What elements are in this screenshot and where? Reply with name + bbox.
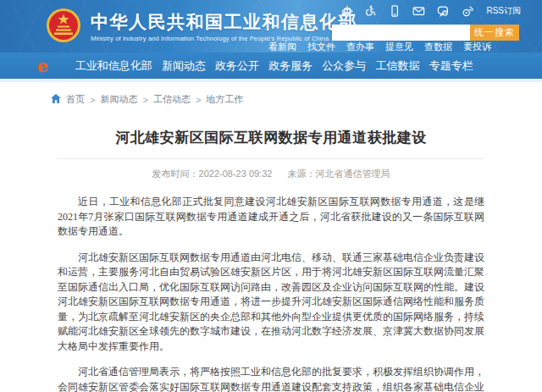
e-gov-logo-icon: e (36, 55, 49, 77)
rss-subscribe-link[interactable]: RSS订阅 (486, 5, 521, 17)
mail-icon[interactable] (412, 5, 425, 17)
search-button[interactable]: 统一搜索 (470, 25, 519, 41)
breadcrumb-home[interactable]: 首页 (66, 93, 85, 106)
site-title: 中华人民共和国工业和信息化部 (91, 12, 357, 31)
source-label: 来源： (287, 168, 315, 179)
article-paragraph: 河北雄安新区国际互联网数据专用通道由河北电信、移动、联通三家基础电信企业负责建设… (58, 251, 484, 355)
nav-item-participation[interactable]: 公众参与 (322, 58, 366, 74)
unified-search: 统一搜索 (332, 25, 519, 41)
title-divider (58, 158, 484, 159)
source-value: 河北省通信管理局 (315, 168, 390, 179)
breadcrumb-news[interactable]: 新闻动态 (100, 93, 137, 106)
breadcrumb-separator: > (90, 95, 95, 105)
breadcrumb-dynamics[interactable]: 工信动态 (153, 93, 191, 106)
breadcrumb-separator: > (196, 95, 201, 105)
nav-item-news[interactable]: 新闻动态 (162, 58, 206, 74)
quick-link-news[interactable]: 看新闻 (268, 41, 296, 52)
nav-item-miit[interactable]: 工业和信息化部 (75, 58, 152, 74)
nav-item-topics[interactable]: 专题专栏 (429, 58, 473, 74)
quick-link-data[interactable]: 查数据 (424, 41, 452, 52)
article-paragraph: 河北省通信管理局表示，将严格按照工业和信息化部的批复要求，积极发挥组织协调作用，… (58, 365, 484, 392)
nav-item-data[interactable]: 工信数据 (376, 58, 420, 74)
quick-link-services[interactable]: 查办事 (346, 41, 374, 52)
nav-item-gov-open[interactable]: 政务公开 (215, 58, 259, 74)
main-nav: e 工业和信息化部 新闻动态 政务公开 政务服务 公众参与 工信数据 专题专栏 (0, 52, 542, 79)
robot-assistant-icon[interactable] (341, 5, 353, 17)
national-emblem-icon (46, 8, 81, 47)
site-header: 中华人民共和国工业和信息化部 Ministry of Industry and … (0, 0, 542, 52)
wechat-icon[interactable] (437, 5, 450, 17)
nav-items: 工业和信息化部 新闻动态 政务公开 政务服务 公众参与 工信数据 专题专栏 (75, 58, 473, 74)
article-meta: 发布时间：2022-08-23 09:32来源：河北省通信管理局 (58, 168, 484, 180)
quick-link-files[interactable]: 找文件 (307, 41, 335, 52)
search-input[interactable] (332, 25, 470, 41)
article-paragraph: 近日，工业和信息化部正式批复同意建设河北雄安新区国际互联网数据专用通道，这是继2… (58, 195, 484, 240)
accessibility-icon[interactable] (365, 5, 377, 17)
nav-bottom-strip (0, 79, 542, 82)
quick-link-complain[interactable]: 要投诉 (463, 41, 491, 52)
quick-link-suggest[interactable]: 提意见 (385, 41, 413, 52)
article-title: 河北雄安新区国际互联网数据专用通道获批建设 (58, 128, 484, 147)
nav-item-gov-service[interactable]: 政务服务 (268, 58, 312, 74)
weibo-icon[interactable] (462, 5, 474, 17)
publish-time-label: 发布时间： (152, 168, 199, 179)
mobile-icon[interactable] (389, 5, 401, 17)
utility-icon-row: RSS订阅 (341, 5, 521, 17)
publish-time: 2022-08-23 09:32 (199, 168, 273, 179)
article-body: 近日，工业和信息化部正式批复同意建设河北雄安新区国际互联网数据专用通道，这是继2… (58, 195, 484, 392)
quick-links-row: 看新闻 找文件 查办事 提意见 查数据 要投诉 (268, 41, 491, 52)
breadcrumb-separator: > (142, 95, 147, 105)
breadcrumb: 首页 > 新闻动态 > 工信动态 > 地方工作 (51, 93, 542, 106)
home-icon (51, 94, 61, 105)
breadcrumb-local-work[interactable]: 地方工作 (206, 93, 243, 106)
article-container: 河北雄安新区国际互联网数据专用通道获批建设 发布时间：2022-08-23 09… (0, 128, 542, 392)
